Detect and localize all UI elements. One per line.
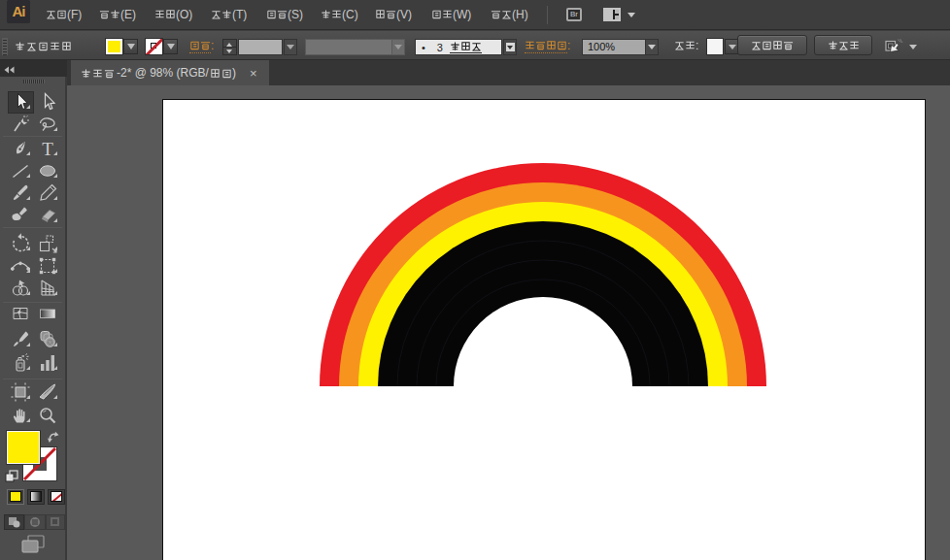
svg-text:T: T [42,139,53,159]
